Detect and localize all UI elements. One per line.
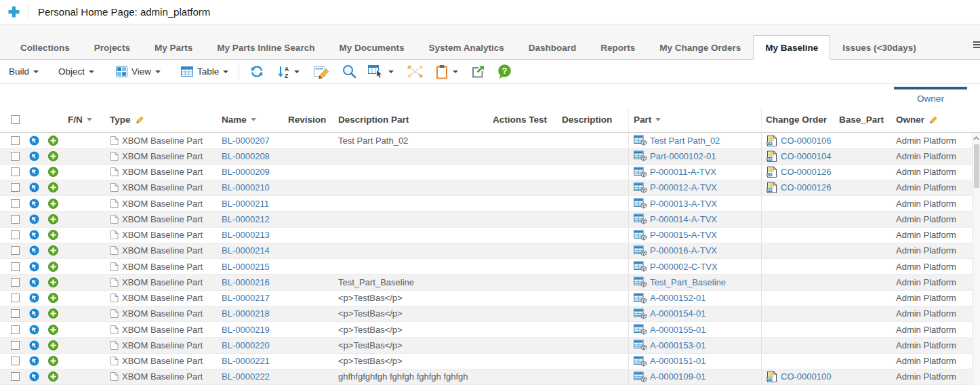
row-checkbox[interactable] bbox=[11, 372, 20, 381]
part-link[interactable]: Part-0000102-01 bbox=[650, 151, 716, 161]
view-tab-owner[interactable]: Owner bbox=[894, 87, 967, 104]
row-checkbox[interactable] bbox=[11, 246, 20, 255]
add-icon[interactable] bbox=[48, 245, 58, 256]
add-icon[interactable] bbox=[48, 262, 58, 272]
tab-reports[interactable]: Reports bbox=[588, 35, 647, 60]
tab-my-parts[interactable]: My Parts bbox=[142, 35, 205, 60]
part-link[interactable]: P-000014-A-TVX bbox=[650, 214, 717, 224]
column-header-description_part[interactable]: Description Part bbox=[335, 107, 490, 132]
name-link[interactable]: BL-0000219 bbox=[222, 325, 270, 335]
part-link[interactable]: A-0000154-01 bbox=[650, 308, 706, 319]
column-header-change_order[interactable]: Change Order bbox=[761, 107, 838, 132]
name-link[interactable]: BL-0000221 bbox=[222, 356, 270, 366]
export-icon[interactable] bbox=[471, 65, 485, 79]
add-icon[interactable] bbox=[48, 136, 58, 146]
part-link[interactable]: P-000015-A-TVX bbox=[650, 230, 717, 240]
name-link[interactable]: BL-0000212 bbox=[222, 214, 270, 224]
open-info-icon[interactable] bbox=[29, 214, 39, 224]
name-link[interactable]: BL-0000222 bbox=[222, 371, 270, 382]
tab-overflow-menu-icon[interactable] bbox=[973, 40, 980, 49]
tab-collections[interactable]: Collections bbox=[8, 35, 82, 60]
scroll-up-icon[interactable] bbox=[973, 133, 980, 143]
name-link[interactable]: BL-0000211 bbox=[222, 199, 269, 209]
part-link[interactable]: A-0000109-01 bbox=[650, 371, 706, 382]
vertical-scrollbar[interactable] bbox=[972, 133, 980, 385]
change-order-link[interactable]: CO-0000100 bbox=[781, 371, 831, 382]
change-order-link[interactable]: CO-0000126 bbox=[781, 167, 831, 177]
tab-issues-30days[interactable]: Issues (<30days) bbox=[830, 35, 928, 60]
row-checkbox[interactable] bbox=[11, 167, 20, 176]
row-checkbox[interactable] bbox=[11, 293, 20, 302]
row-checkbox[interactable] bbox=[11, 230, 20, 239]
help-icon[interactable]: ? bbox=[497, 64, 512, 79]
change-order-link[interactable]: CO-0000104 bbox=[781, 151, 831, 161]
row-checkbox[interactable] bbox=[11, 215, 20, 224]
row-checkbox[interactable] bbox=[11, 325, 20, 334]
column-header-base_part[interactable]: Base_Part bbox=[838, 107, 892, 132]
add-icon[interactable] bbox=[48, 199, 58, 209]
tab-my-documents[interactable]: My Documents bbox=[327, 35, 416, 60]
open-info-icon[interactable] bbox=[29, 151, 39, 161]
open-info-icon[interactable] bbox=[29, 308, 39, 319]
name-link[interactable]: BL-0000217 bbox=[222, 293, 270, 303]
add-icon[interactable] bbox=[48, 151, 58, 161]
column-header-fn[interactable]: F/N bbox=[62, 107, 106, 132]
add-icon[interactable] bbox=[48, 230, 58, 240]
part-link[interactable]: A-0000155-01 bbox=[650, 325, 706, 335]
name-link[interactable]: BL-0000216 bbox=[222, 277, 270, 287]
sort-caret-icon[interactable] bbox=[655, 118, 661, 121]
row-checkbox[interactable] bbox=[11, 183, 20, 192]
column-header-description[interactable]: Description bbox=[558, 107, 628, 132]
edit-pencil-icon[interactable] bbox=[135, 115, 144, 124]
row-checkbox[interactable] bbox=[11, 152, 20, 161]
row-checkbox[interactable] bbox=[11, 341, 20, 350]
row-checkbox[interactable] bbox=[11, 278, 20, 287]
part-link[interactable]: P-000013-A-TVX bbox=[650, 199, 717, 209]
open-info-icon[interactable] bbox=[29, 340, 39, 350]
tab-my-change-orders[interactable]: My Change Orders bbox=[647, 35, 753, 60]
build-menu-button[interactable]: Build bbox=[9, 66, 39, 77]
compare-routes-icon[interactable] bbox=[406, 64, 424, 79]
name-link[interactable]: BL-0000208 bbox=[222, 151, 270, 161]
search-icon[interactable] bbox=[342, 64, 357, 79]
open-info-icon[interactable] bbox=[29, 262, 39, 272]
add-icon[interactable] bbox=[48, 371, 58, 382]
part-link[interactable]: P-000002-C-TVX bbox=[650, 262, 718, 272]
sort-button[interactable]: AZ bbox=[277, 65, 300, 79]
open-info-icon[interactable] bbox=[29, 293, 39, 303]
add-icon[interactable] bbox=[48, 182, 58, 192]
add-icon[interactable] bbox=[48, 325, 58, 335]
tab-my-parts-inline-search[interactable]: My Parts Inline Search bbox=[205, 35, 327, 60]
add-icon[interactable] bbox=[48, 277, 58, 287]
column-header-owner[interactable]: Owner bbox=[892, 107, 972, 132]
column-header-type[interactable]: Type bbox=[106, 107, 218, 132]
part-link[interactable]: Test_Part_Baseline bbox=[650, 277, 726, 287]
name-link[interactable]: BL-0000210 bbox=[222, 182, 270, 192]
view-menu-button[interactable]: View bbox=[116, 66, 161, 77]
edit-pencil-icon[interactable] bbox=[928, 115, 938, 124]
part-link[interactable]: Test Part Path_02 bbox=[650, 136, 720, 146]
sort-caret-icon[interactable] bbox=[251, 118, 256, 121]
part-link[interactable]: P-000016-A-TVX bbox=[650, 245, 717, 256]
scrollbar-thumb[interactable] bbox=[974, 144, 979, 188]
clipboard-button[interactable] bbox=[435, 64, 458, 79]
add-icon[interactable] bbox=[48, 356, 58, 366]
name-link[interactable]: BL-0000213 bbox=[222, 230, 270, 240]
name-link[interactable]: BL-0000220 bbox=[222, 340, 270, 350]
open-info-icon[interactable] bbox=[29, 167, 39, 177]
name-link[interactable]: BL-0000207 bbox=[222, 136, 270, 146]
change-order-link[interactable]: CO-0000106 bbox=[781, 136, 831, 146]
tab-my-baseline[interactable]: My Baseline bbox=[753, 35, 830, 60]
name-link[interactable]: BL-0000209 bbox=[222, 167, 270, 177]
add-icon[interactable] bbox=[48, 214, 58, 224]
open-info-icon[interactable] bbox=[29, 199, 39, 209]
open-info-icon[interactable] bbox=[29, 277, 39, 287]
row-checkbox[interactable] bbox=[11, 136, 20, 145]
part-link[interactable]: A-0000153-01 bbox=[650, 340, 706, 350]
open-info-icon[interactable] bbox=[29, 136, 39, 146]
add-icon[interactable] bbox=[48, 293, 58, 303]
open-info-icon[interactable] bbox=[29, 182, 39, 192]
add-icon[interactable] bbox=[48, 340, 58, 350]
mass-edit-icon[interactable] bbox=[313, 64, 330, 79]
column-header-actions_test[interactable]: Actions Test bbox=[490, 107, 558, 132]
